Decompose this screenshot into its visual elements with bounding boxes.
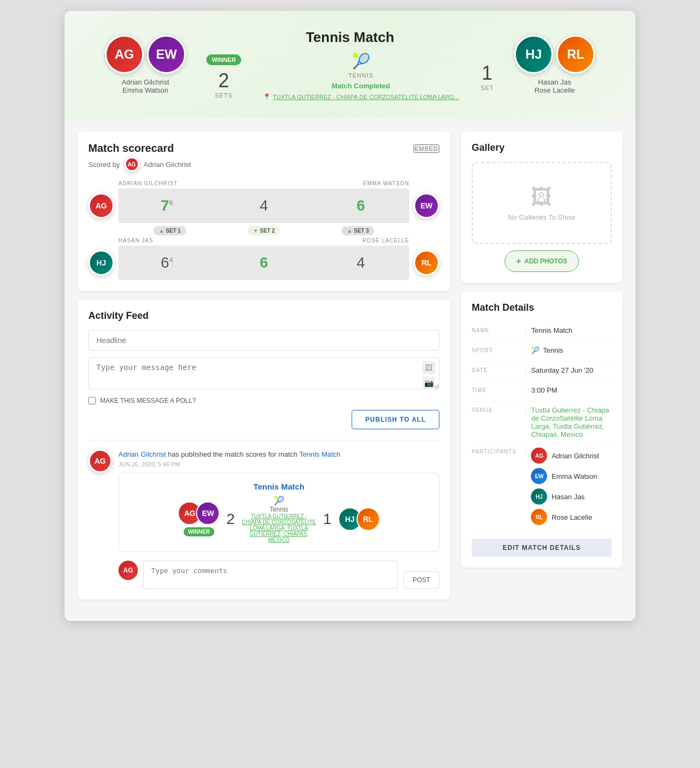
team4-label: ROSE LACELLE [362, 238, 409, 243]
right-player2: Rose Lacelle [495, 86, 614, 94]
feed-left-team: AG EW WINNER [178, 501, 220, 536]
feed-left-avatars: AG EW [178, 501, 220, 525]
avatar-emma: EW [147, 35, 186, 74]
feed-venue-link[interactable]: TUXTLA GUTIERREZ - CHIAPA DE CORZOSATÉLI… [241, 513, 317, 543]
score-cells-2: 64 6 4 [118, 246, 409, 280]
feed-item: AG Adrian Gilchrist has published the ma… [88, 440, 439, 589]
poll-checkbox[interactable] [88, 397, 96, 404]
message-textarea[interactable] [88, 357, 439, 389]
scored-by-row: Scored by AG Adrian Gilchrist [88, 157, 191, 172]
left-panel: Match scorecard Scored by AG Adrian Gilc… [78, 131, 450, 608]
detail-sport: SPORT : 🎾 Tennis [472, 342, 612, 362]
tennis-ball-icon: 🎾 [263, 52, 459, 70]
feed-winner-badge: WINNER [184, 527, 214, 536]
set-badge-2: ▼ SET 2 [248, 226, 281, 235]
app-container: AG EW Adrian Gilchrist Emma Watson Tenni… [65, 11, 635, 621]
feed-avatar-rl: RL [356, 507, 380, 531]
comment-avatar: AG [118, 561, 138, 580]
detail-date: DATE : Saturday 27 Jun '20 [472, 362, 612, 382]
score-row-1: AG 76 4 6 EW [88, 188, 439, 223]
score-row-2: HJ 64 6 4 RL [88, 246, 439, 280]
poll-label: MAKE THIS MESSAGE A POLL? [100, 397, 196, 404]
video-upload-icon[interactable]: 📷 [422, 376, 435, 389]
left-team-avatars: AG EW [86, 35, 205, 74]
media-icons: 🖼 📷 [422, 361, 435, 389]
venue-pin-icon: 📍 [263, 93, 271, 101]
detail-time-value: 3:00 PM [531, 386, 612, 394]
image-upload-icon[interactable]: 🖼 [422, 361, 435, 374]
detail-participants-label: PARTICIPANTS [472, 448, 520, 455]
feed-text: Adrian Gilchrist has published the match… [118, 449, 439, 460]
right-set-label: SET [480, 85, 493, 91]
header: AG EW Adrian Gilchrist Emma Watson Tenni… [65, 11, 635, 118]
score-2-set1: 64 [118, 246, 215, 280]
main-content: Match scorecard Scored by AG Adrian Gilc… [65, 118, 635, 621]
gallery-icon: 🖼 [494, 185, 589, 209]
participant-avatar-0: AG [531, 448, 547, 464]
left-sets: 2 [206, 69, 241, 92]
avatar-adrian: AG [105, 35, 144, 74]
feed-center-info: 🎾 Tennis TUXTLA GUTIERREZ - CHIAPA DE CO… [241, 495, 317, 543]
add-icon: + [516, 256, 521, 266]
participant-name-0: Adrian Gilchrist [551, 452, 599, 460]
feed-match-body: AG EW WINNER 2 🎾 Tennis TUXTLA GUTIERR [128, 495, 430, 543]
score-1-set1: 76 [118, 188, 215, 223]
right-team: HJ RL Hasan Jas Rose Lacelle [495, 35, 614, 94]
add-photos-button[interactable]: + ADD PHOTOS [505, 250, 578, 272]
headline-input[interactable] [88, 330, 439, 351]
participant-2: HJ Hasan Jas [531, 488, 599, 505]
set-labels-row: ▲ SET 1 ▼ SET 2 ▲ [88, 225, 439, 235]
participant-avatar-2: HJ [531, 488, 547, 505]
feed-user-link[interactable]: Adrian Gilchrist [118, 450, 166, 458]
right-team-avatars: HJ RL [495, 35, 614, 74]
score-avatar-hasan: HJ [88, 250, 114, 276]
embed-button[interactable]: EMBED [414, 144, 439, 153]
header-venue[interactable]: TUXTLA GUTIERREZ - CHIAPA DE CORZOSATÉLI… [273, 94, 459, 100]
detail-participants: PARTICIPANTS : AG Adrian Gilchrist EW Em… [472, 443, 612, 530]
gallery-section: Gallery 🖼 No Galleries To Show + ADD PHO… [461, 131, 622, 283]
participant-avatar-1: EW [531, 468, 547, 484]
post-button[interactable]: POST [403, 571, 439, 589]
scored-by-label: Scored by [88, 160, 120, 169]
sport-label: TENNIS [263, 72, 459, 79]
left-sets-label: SETS [206, 92, 241, 99]
score-2-set3: 4 [312, 246, 409, 280]
feed-avatar-ew: EW [196, 501, 220, 525]
participant-3: RL Rose Lacelle [531, 509, 599, 525]
feed-sport-ball: 🎾 [241, 495, 317, 506]
participant-name-3: Rose Lacelle [551, 513, 592, 521]
set-label-1: ▲ SET 1 [123, 225, 217, 235]
arrow-down-2: ▼ [253, 228, 258, 234]
edit-match-details-button[interactable]: EDIT MATCH DETAILS [472, 539, 612, 557]
activity-title: Activity Feed [88, 310, 439, 322]
sport-ball-icon: 🎾 [531, 346, 540, 354]
right-panel: Gallery 🖼 No Galleries To Show + ADD PHO… [461, 131, 622, 608]
comment-row: AG POST [118, 561, 439, 589]
headline-group [88, 330, 439, 351]
arrow-up-1: ▲ [159, 228, 164, 234]
header-title: Tennis Match [205, 29, 495, 46]
score-1-set3: 6 [312, 188, 409, 223]
right-player1: Hasan Jas [495, 78, 614, 86]
detail-name: NAME : Tennis Match [472, 322, 612, 342]
score-1-set2: 4 [215, 188, 312, 223]
venue-link[interactable]: Tuxtla Gutierrez - Chiapa de CorzoSatéli… [531, 406, 609, 438]
detail-date-label: DATE [472, 366, 520, 373]
match-status: Match Completed [263, 82, 459, 90]
comment-input[interactable] [143, 561, 398, 589]
publish-button[interactable]: PUBLISH TO ALL [352, 410, 439, 429]
feed-match-title[interactable]: Tennis Match [128, 482, 430, 491]
feed-content: Adrian Gilchrist has published the match… [118, 449, 439, 589]
set-label-2: ▼ SET 2 [217, 225, 311, 235]
participant-avatar-3: RL [531, 509, 547, 525]
avatar-hasan: HJ [514, 35, 553, 74]
scorer-name: Adrian Gilchrist [144, 160, 191, 169]
scorecard-section: Match scorecard Scored by AG Adrian Gilc… [78, 131, 450, 291]
avatar-rose: RL [556, 35, 595, 74]
feed-match-link[interactable]: Tennis Match [299, 450, 341, 458]
feed-left-score: 2 [226, 511, 235, 528]
set-labels: ▲ SET 1 ▼ SET 2 ▲ [123, 225, 405, 235]
winner-badge: WINNER [206, 54, 241, 65]
scorecard-title: Match scorecard [88, 142, 191, 155]
feed-right-team: HJ RL [338, 507, 380, 531]
